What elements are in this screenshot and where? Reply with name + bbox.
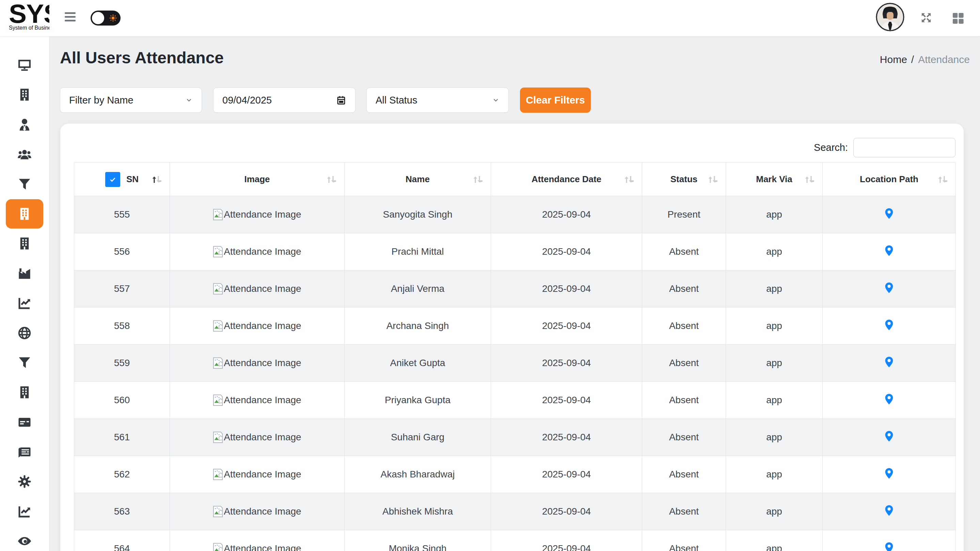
sidebar-item-building-5[interactable] — [6, 199, 43, 228]
calendar-icon[interactable] — [336, 95, 346, 105]
table-row[interactable]: 561Attendance ImageSuhani Garg2025-09-04… — [74, 419, 956, 456]
apps-grid-icon[interactable] — [951, 11, 964, 24]
sidebar-item-gear-14[interactable] — [6, 467, 43, 496]
column-header-status[interactable]: Status — [642, 163, 726, 196]
cell-location-path — [822, 307, 956, 345]
column-header-sn[interactable]: SN — [74, 163, 170, 196]
brand-logo[interactable]: SYSBI System of Business Intelligence — [0, 0, 49, 36]
column-header-attendance-date[interactable]: Attendance Date — [491, 163, 642, 196]
user-avatar[interactable] — [876, 3, 904, 31]
location-pin-icon[interactable] — [883, 466, 895, 481]
sidebar-item-building-6[interactable] — [6, 229, 43, 258]
sort-icon[interactable] — [804, 175, 814, 184]
cell-image: Attendance Image — [170, 271, 345, 307]
table-row[interactable]: 555Attendance ImageSanyogita Singh2025-0… — [74, 196, 956, 233]
toggle-knob — [92, 12, 104, 24]
sort-icon[interactable] — [707, 175, 718, 184]
column-label: SN — [126, 174, 138, 185]
cell-status: Absent — [642, 419, 726, 456]
table-row[interactable]: 562Attendance ImageAkash Bharadwaj2025-0… — [74, 456, 956, 493]
cell-attendance-date: 2025-09-04 — [491, 345, 642, 382]
cell-attendance-date: 2025-09-04 — [491, 530, 642, 551]
location-pin-icon[interactable] — [883, 206, 895, 221]
broken-image-alt-text: Attendance Image — [224, 358, 301, 368]
table-row[interactable]: 558Attendance ImageArchana Singh2025-09-… — [74, 307, 956, 345]
location-pin-icon[interactable] — [883, 243, 895, 258]
sort-icon[interactable] — [624, 175, 634, 184]
sidebar-item-users-3[interactable] — [6, 140, 43, 169]
building-icon — [18, 385, 32, 400]
broken-image-alt-text: Attendance Image — [224, 432, 301, 443]
cell-attendance-date: 2025-09-04 — [491, 271, 642, 307]
location-pin-icon[interactable] — [883, 503, 895, 518]
sidebar-item-user-tie-2[interactable] — [6, 110, 43, 139]
name-filter-select[interactable]: Filter by Name — [60, 88, 202, 113]
cell-name: Priyanka Gupta — [345, 382, 491, 419]
table-row[interactable]: 559Attendance ImageAniket Gupta2025-09-0… — [74, 345, 956, 382]
select-all-checkbox[interactable] — [105, 172, 120, 187]
date-input[interactable]: 09/04/2025 — [213, 88, 355, 113]
location-pin-icon[interactable] — [883, 355, 895, 369]
broken-image-icon — [213, 505, 223, 518]
cell-name: Akash Bharadwaj — [345, 456, 491, 493]
location-pin-icon[interactable] — [883, 429, 895, 444]
brand-tagline: System of Business Intelligence — [9, 25, 49, 31]
clear-filters-button[interactable]: Clear Filters — [520, 88, 591, 113]
sidebar-item-globe-9[interactable] — [6, 318, 43, 348]
desktop-icon — [18, 58, 32, 72]
chart-line-icon — [18, 296, 32, 310]
cell-image: Attendance Image — [170, 196, 345, 233]
table-row[interactable]: 563Attendance ImageAbhishek Mishra2025-0… — [74, 493, 956, 530]
brand-name: SYSBI — [9, 0, 49, 27]
theme-toggle[interactable] — [91, 11, 121, 25]
cell-status: Absent — [642, 382, 726, 419]
cell-sn: 561 — [74, 419, 170, 456]
broken-image-icon — [213, 283, 223, 295]
menu-icon[interactable] — [65, 12, 76, 23]
sort-icon[interactable] — [937, 175, 947, 184]
table-row[interactable]: 557Attendance ImageAnjali Verma2025-09-0… — [74, 271, 956, 307]
table-row[interactable]: 556Attendance ImagePrachi Mittal2025-09-… — [74, 233, 956, 271]
table-row[interactable]: 564Attendance ImageMonika Singh2025-09-0… — [74, 530, 956, 551]
location-pin-icon[interactable] — [883, 392, 895, 407]
sort-icon[interactable] — [326, 175, 336, 184]
cell-name: Anjali Verma — [345, 271, 491, 307]
column-label: Location Path — [860, 174, 918, 184]
sidebar-item-chart-line-8[interactable] — [6, 288, 43, 318]
fullscreen-icon[interactable] — [920, 11, 932, 24]
sidebar-item-filter-10[interactable] — [6, 348, 43, 377]
location-pin-icon[interactable] — [883, 540, 895, 551]
sidebar-item-building-11[interactable] — [6, 377, 43, 407]
cell-sn: 556 — [74, 233, 170, 271]
column-header-name[interactable]: Name — [345, 163, 491, 196]
sidebar-item-credit-card-12[interactable] — [6, 408, 43, 437]
sidebar-item-chart-line-15[interactable] — [6, 497, 43, 526]
column-header-image[interactable]: Image — [170, 163, 345, 196]
sidebar-item-industry-7[interactable] — [6, 259, 43, 288]
location-pin-icon[interactable] — [883, 280, 895, 295]
location-pin-icon[interactable] — [883, 317, 895, 332]
cell-status: Absent — [642, 493, 726, 530]
column-header-mark-via[interactable]: Mark Via — [726, 163, 822, 196]
broken-image-icon — [213, 320, 223, 332]
cell-sn: 559 — [74, 345, 170, 382]
chevron-down-icon — [492, 96, 500, 104]
cell-name: Sanyogita Singh — [345, 196, 491, 233]
credit-card-icon — [18, 415, 32, 430]
sidebar-item-newspaper-13[interactable] — [6, 437, 43, 467]
sidebar-item-desktop-0[interactable] — [6, 50, 43, 80]
column-header-location-path[interactable]: Location Path — [822, 163, 956, 196]
sidebar-item-building-1[interactable] — [6, 80, 43, 109]
table-row[interactable]: 560Attendance ImagePriyanka Gupta2025-09… — [74, 382, 956, 419]
sidebar-item-filter-4[interactable] — [6, 170, 43, 199]
cell-status: Absent — [642, 307, 726, 345]
cell-status: Absent — [642, 271, 726, 307]
sort-icon[interactable] — [472, 175, 482, 184]
building-icon — [18, 88, 32, 102]
broken-image-alt-text: Attendance Image — [224, 283, 301, 294]
search-input[interactable] — [853, 138, 956, 157]
breadcrumb-home[interactable]: Home — [880, 54, 907, 65]
sidebar-item-eye-16[interactable] — [6, 527, 43, 551]
sort-icon[interactable] — [151, 175, 161, 184]
status-filter-select[interactable]: All Status — [366, 88, 509, 113]
